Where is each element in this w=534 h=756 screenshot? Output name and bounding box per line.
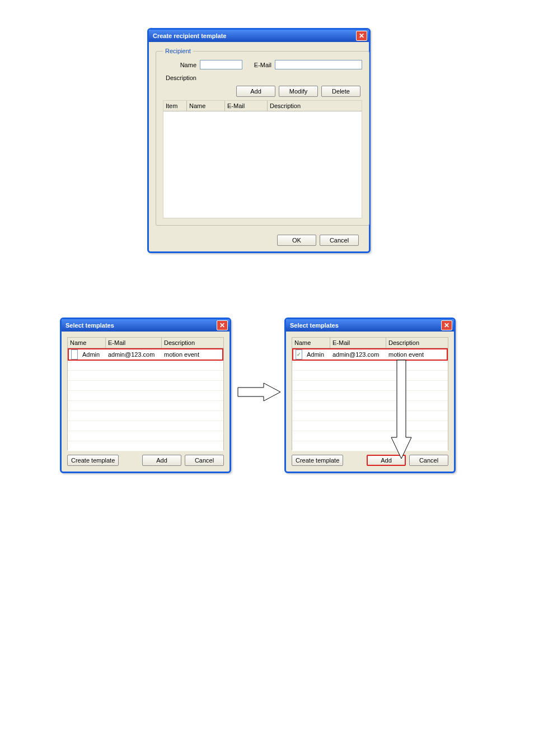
row-email: admin@123.com (106, 349, 162, 360)
list-header: Name E-Mail Description (68, 338, 223, 348)
group-legend: Recipient (163, 48, 193, 54)
cancel-button[interactable]: Cancel (320, 235, 359, 246)
email-input[interactable] (275, 60, 362, 69)
table-row[interactable]: ✓ Admin admin@123.com motion event (292, 348, 448, 361)
name-input[interactable] (200, 60, 242, 69)
row-description: motion event (162, 349, 222, 360)
close-icon[interactable]: ✕ (441, 320, 452, 330)
template-list[interactable]: Name E-Mail Description Admin admin@123.… (67, 337, 224, 450)
add-button[interactable]: Add (236, 86, 275, 97)
email-label: E-Mail (242, 62, 275, 68)
svg-marker-1 (391, 360, 411, 459)
col-description[interactable]: Description (162, 338, 223, 348)
svg-marker-0 (238, 383, 280, 401)
row-checkbox[interactable] (71, 349, 78, 360)
dialog-title: Select templates (65, 322, 114, 329)
col-description[interactable]: Description (386, 338, 448, 348)
recipient-list[interactable]: Item Name E-Mail Description (163, 100, 362, 218)
modify-button[interactable]: Modify (279, 86, 318, 97)
template-list[interactable]: Name E-Mail Description ✓ Admin admin@12… (292, 337, 448, 450)
row-email: admin@123.com (330, 349, 386, 360)
delete-button[interactable]: Delete (321, 86, 360, 97)
cancel-button[interactable]: Cancel (409, 455, 448, 466)
row-name: Admin (305, 349, 326, 360)
arrow-right-icon (237, 381, 282, 403)
list-header: Item Name E-Mail Description (163, 101, 362, 111)
col-email[interactable]: E-Mail (106, 338, 162, 348)
create-template-button[interactable]: Create template (67, 455, 119, 466)
select-templates-dialog-left: Select templates ✕ Name E-Mail Descripti… (60, 318, 231, 473)
row-description: motion event (386, 349, 447, 360)
col-description[interactable]: Description (268, 101, 362, 111)
add-button[interactable]: Add (142, 455, 181, 466)
table-row[interactable]: Admin admin@123.com motion event (68, 348, 223, 361)
ok-button[interactable]: OK (277, 235, 316, 246)
col-name[interactable]: Name (68, 338, 106, 348)
empty-rows (68, 361, 223, 451)
dialog-title: Create recipient template (153, 32, 226, 39)
close-icon[interactable]: ✕ (356, 31, 367, 41)
col-name[interactable]: Name (292, 338, 330, 348)
dialog-title: Select templates (290, 322, 339, 329)
titlebar[interactable]: Create recipient template ✕ (149, 30, 369, 42)
create-template-button[interactable]: Create template (292, 455, 343, 466)
col-email[interactable]: E-Mail (330, 338, 386, 348)
titlebar[interactable]: Select templates ✕ (62, 319, 229, 332)
select-templates-dialog-right: Select templates ✕ Name E-Mail Descripti… (284, 318, 456, 473)
arrow-down-icon (390, 359, 413, 460)
list-body (163, 111, 362, 218)
col-name[interactable]: Name (187, 101, 225, 111)
col-email[interactable]: E-Mail (225, 101, 268, 111)
name-label: Name (163, 62, 200, 68)
recipient-group: Recipient Name E-Mail Description Add Mo… (156, 48, 369, 226)
col-item[interactable]: Item (163, 101, 187, 111)
description-label: Description (163, 74, 200, 81)
cancel-button[interactable]: Cancel (185, 455, 224, 466)
titlebar[interactable]: Select templates ✕ (286, 319, 454, 332)
row-checkbox[interactable]: ✓ (296, 349, 302, 360)
row-name: Admin (80, 349, 102, 360)
list-header: Name E-Mail Description (292, 338, 448, 348)
close-icon[interactable]: ✕ (217, 320, 228, 330)
create-recipient-template-dialog: Create recipient template ✕ Recipient Na… (147, 28, 371, 253)
empty-rows (292, 361, 448, 451)
